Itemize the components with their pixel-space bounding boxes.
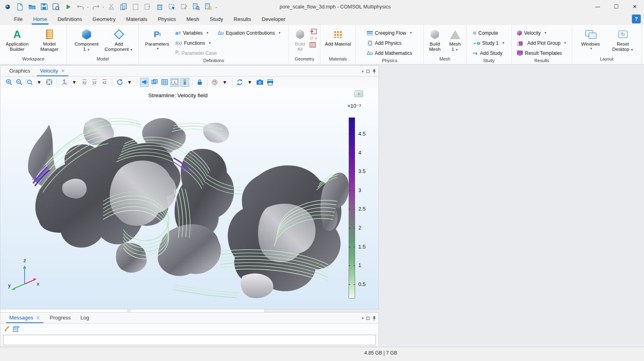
qat-customize-caret[interactable]: ⌄	[214, 4, 217, 9]
view-xy-button[interactable]: xy	[80, 78, 89, 87]
add-study-button[interactable]: ∾↓Add Study	[473, 48, 505, 58]
add-physics-button[interactable]: Add Physics	[367, 38, 412, 48]
menu-results[interactable]: Results	[228, 13, 256, 25]
study-1-button[interactable]: ∽oStudy 1▼	[473, 38, 505, 48]
variables-button[interactable]: a=Variables▼	[176, 28, 209, 38]
velocity-plot-button[interactable]: Velocity▼	[517, 28, 567, 38]
menu-geometry[interactable]: Geometry	[87, 13, 121, 25]
color-theme-button[interactable]	[210, 78, 219, 87]
redo-menu-caret[interactable]: ⌄	[102, 5, 105, 8]
legend-tick: 2	[358, 225, 374, 231]
import-geometry-icon[interactable]	[309, 29, 317, 34]
component-1-button[interactable]: Component 1▼	[71, 27, 102, 52]
undo-menu-caret[interactable]: ⌄	[86, 5, 89, 8]
redo-button[interactable]	[91, 2, 101, 12]
rotate-button[interactable]	[115, 78, 124, 87]
transparency-button[interactable]	[150, 78, 159, 87]
menu-materials[interactable]: Materials	[121, 13, 153, 25]
legend-tick: 2.5	[358, 206, 374, 212]
graphics-canvas[interactable]: Streamline: Velocity field	[0, 88, 379, 309]
menu-physics[interactable]: Physics	[153, 13, 181, 25]
messages-output-box[interactable]	[3, 335, 376, 345]
build-mesh-button[interactable]: Build Mesh	[425, 27, 445, 52]
save-button[interactable]	[39, 2, 49, 12]
zoom-extents-button[interactable]	[45, 78, 54, 87]
view-yz-button[interactable]: yz	[90, 78, 99, 87]
zoom-out-button[interactable]	[15, 78, 23, 87]
compute-button[interactable]: =Compute	[473, 28, 505, 38]
tab-progress[interactable]: Progress	[46, 315, 75, 323]
go-to-view-button[interactable]	[60, 78, 69, 87]
tab-log[interactable]: Log	[76, 315, 93, 323]
add-material-button[interactable]: ↓ Add Material	[324, 27, 352, 47]
open-file-button[interactable]	[27, 2, 37, 12]
tab-graphics[interactable]: Graphics	[5, 68, 34, 76]
copy-button[interactable]	[118, 2, 129, 12]
creeping-flow-ribbon-button[interactable]: Creeping Flow▼	[367, 28, 412, 38]
virtual-operations-icon[interactable]	[309, 42, 317, 48]
windows-button[interactable]: Windows ▼	[575, 27, 606, 50]
find-replace-button[interactable]	[203, 2, 213, 12]
clear-selection-button[interactable]	[179, 2, 189, 12]
menu-study[interactable]: Study	[205, 13, 228, 25]
mesh-1-button[interactable]: Mesh 1▼	[445, 27, 465, 52]
close-button[interactable]: ✕	[625, 0, 644, 13]
pin-panel-icon[interactable]	[372, 316, 376, 321]
menu-mesh[interactable]: Mesh	[181, 13, 205, 25]
add-mathematics-icon: Δu↓	[367, 50, 373, 56]
float-panel-icon[interactable]	[366, 70, 370, 73]
zoom-box-button[interactable]	[25, 78, 33, 87]
svg-text:y: y	[8, 282, 11, 288]
menu-file[interactable]: File	[9, 13, 28, 25]
menu-definitions[interactable]: Definitions	[52, 13, 88, 25]
close-tab-icon[interactable]: ✕	[36, 315, 40, 321]
menu-developer[interactable]: Developer	[256, 13, 291, 25]
help-button[interactable]: ?	[632, 15, 641, 23]
new-file-button[interactable]	[15, 2, 25, 12]
scene-light-button[interactable]	[140, 78, 149, 87]
minimize-button[interactable]: —	[588, 0, 607, 13]
functions-button[interactable]: f(x)Functions▼	[176, 38, 284, 48]
tab-messages[interactable]: Messages✕	[5, 315, 44, 323]
view-xz-button[interactable]: xz	[100, 78, 109, 87]
update-plot-button[interactable]	[235, 78, 244, 87]
select-box-button[interactable]	[167, 2, 177, 12]
color-legend-button[interactable]	[180, 78, 189, 87]
lock-view-button[interactable]	[195, 78, 204, 87]
application-builder-button[interactable]: A Application Builder	[2, 27, 33, 52]
axis-orientation-button[interactable]	[170, 78, 179, 87]
maximize-button[interactable]: ☐	[607, 0, 625, 13]
streamline-plot	[0, 88, 379, 309]
pin-panel-icon[interactable]	[372, 69, 376, 74]
close-tab-icon[interactable]: ✕	[61, 68, 65, 74]
panel-menu-caret[interactable]: ▾	[362, 316, 364, 320]
find-button[interactable]	[191, 2, 201, 12]
grid-button[interactable]	[160, 78, 169, 87]
copy-messages-icon[interactable]	[13, 326, 19, 332]
save-as-button[interactable]	[51, 2, 61, 12]
tab-velocity[interactable]: Velocity✕	[36, 68, 69, 76]
clear-messages-icon[interactable]	[4, 326, 10, 332]
delete-button[interactable]	[155, 2, 165, 12]
parameters-button[interactable]: Pi Parameters ▼	[143, 27, 171, 50]
graphics-toolbar: ▼ ▼ xy yz xz ▼ ▼ ▼	[0, 77, 379, 88]
add-mathematics-button[interactable]: Δu↓Add Mathematics	[367, 48, 412, 58]
zoom-in-button[interactable]	[4, 78, 13, 87]
panel-menu-caret[interactable]: ▾	[362, 69, 364, 73]
quick-access-toolbar: ⌄ ⌄ ⌄	[0, 2, 218, 12]
model-manager-button[interactable]: Model Manager	[34, 27, 65, 52]
undo-button[interactable]	[75, 2, 86, 12]
reset-desktop-button[interactable]: ↻ Reset Desktop▼	[607, 27, 639, 52]
add-plot-group-button[interactable]: Add Plot Group▼	[517, 38, 567, 48]
paste-icon	[130, 2, 141, 12]
add-component-button[interactable]: Add Component▼	[103, 27, 135, 52]
run-button[interactable]	[63, 2, 73, 12]
add-plot-group-icon	[517, 40, 523, 46]
float-panel-icon[interactable]	[366, 317, 370, 320]
result-templates-button[interactable]: Result Templates	[517, 48, 567, 58]
snapshot-button[interactable]	[255, 78, 264, 87]
ribbon-group-physics: Creeping Flow▼ Add Physics Δu↓Add Mathem…	[356, 25, 424, 65]
equation-contributions-button[interactable]: ΔuEquation Contributions▼	[218, 28, 281, 38]
print-button[interactable]	[266, 78, 274, 87]
menu-home[interactable]: Home	[28, 13, 52, 25]
